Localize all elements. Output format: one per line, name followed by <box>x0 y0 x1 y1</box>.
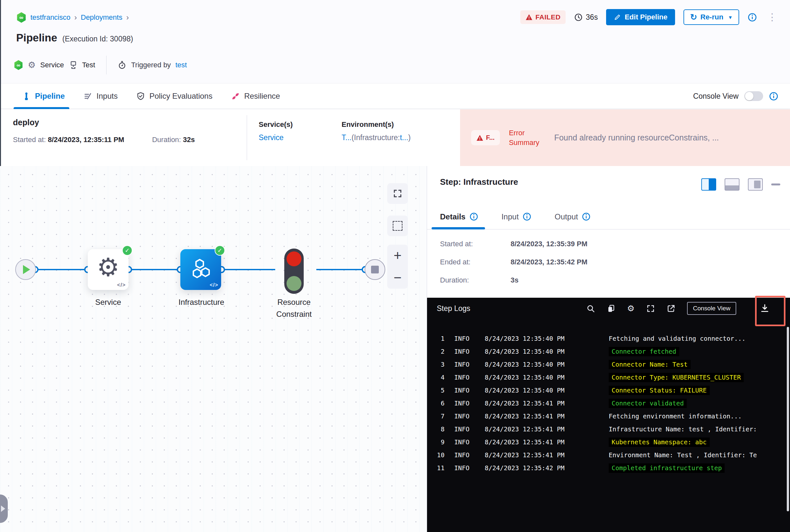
pipeline-graph-canvas[interactable]: ⚙ ✓ </> ✓ </> Service Infrastructure <box>0 166 427 532</box>
warning-triangle-icon <box>476 135 483 141</box>
log-line: 9INFO8/24/2023 12:35:41 PMKubernetes Nam… <box>436 436 790 449</box>
tab-policy-evaluations[interactable]: Policy Evaluations <box>136 83 213 109</box>
step-logs-title: Step Logs <box>437 304 471 313</box>
step-started-value: 8/24/2023, 12:35:39 PM <box>511 240 587 248</box>
resilience-icon <box>231 92 240 101</box>
toggle-knob <box>745 92 753 100</box>
log-line: 1INFO8/24/2023 12:35:40 PMFetching and v… <box>436 332 790 345</box>
panel-scrollbar-thumb[interactable] <box>787 327 789 511</box>
edit-pipeline-button[interactable]: Edit Pipeline <box>606 9 675 25</box>
chevron-right-icon: › <box>74 13 77 22</box>
download-logs-icon[interactable] <box>760 304 770 313</box>
tab-output[interactable]: Output <box>555 204 591 229</box>
red-light <box>287 251 301 266</box>
expand-left-panel-handle[interactable] <box>0 494 8 523</box>
graph-edge <box>316 269 365 270</box>
environment-link[interactable]: T... <box>342 133 352 142</box>
minimize-panel-icon[interactable] <box>771 184 780 186</box>
shield-check-icon <box>136 92 145 101</box>
title-row: Pipeline (Execution Id: 30098) <box>16 32 133 44</box>
log-settings-gear-icon[interactable]: ⚙ <box>627 304 635 312</box>
environment-infra-text: (Infrastructure: <box>352 133 400 142</box>
log-line: 11INFO8/24/2023 12:35:42 PMCompleted inf… <box>436 461 790 474</box>
log-line: 6INFO8/24/2023 12:35:41 PMConnector vali… <box>436 397 790 410</box>
content: ⚙ ✓ </> ✓ </> Service Infrastructure <box>0 166 790 532</box>
log-line: 10INFO8/24/2023 12:35:41 PMEnvironment N… <box>436 449 790 461</box>
tab-details[interactable]: Details <box>440 204 478 229</box>
pipeline-meta-row: ∞ ⚙ Service Test Triggered by test <box>14 56 187 74</box>
tab-input[interactable]: Input <box>501 204 531 229</box>
meta-service-label: Service <box>40 61 64 69</box>
copy-icon[interactable] <box>607 304 616 313</box>
infrastructure-step-node[interactable]: ✓ </> <box>180 249 221 290</box>
console-view-button[interactable]: Console View <box>687 302 736 315</box>
gear-icon: ⚙ <box>88 254 129 282</box>
step-ended-label: Ended at: <box>440 258 511 266</box>
code-chip: </> <box>117 282 126 288</box>
canvas-zoom-controls: + − <box>387 245 408 289</box>
console-view-toggle[interactable] <box>745 91 763 101</box>
divider <box>106 56 107 74</box>
service-link[interactable]: Service <box>259 133 283 142</box>
environment-icon <box>69 60 78 70</box>
step-started-label: Started at: <box>440 240 511 248</box>
environments-column: Environment(s) T...(Infrastructure:t...) <box>342 109 460 166</box>
triggered-by-label: Triggered by <box>131 61 171 69</box>
open-external-icon[interactable] <box>667 304 675 313</box>
zoom-out-button[interactable]: − <box>387 267 408 289</box>
services-label: Service(s) <box>259 120 342 129</box>
clock-icon <box>574 13 583 22</box>
status-badge: FAILED <box>520 11 566 24</box>
tab-inputs[interactable]: Inputs <box>84 83 117 109</box>
log-line: 8INFO8/24/2023 12:35:41 PMInfrastructure… <box>436 423 790 436</box>
pipeline-execution-screen: ∞ testfrancisco › Deployments › Pipeline… <box>0 0 790 532</box>
console-view-control: Console View <box>693 83 778 109</box>
triggered-by-user-link[interactable]: test <box>176 61 187 69</box>
success-check-icon: ✓ <box>122 245 132 255</box>
stage-name: deploy <box>13 118 247 127</box>
breadcrumb-project-link[interactable]: testfrancisco <box>31 13 71 22</box>
layout-right-split-icon[interactable] <box>701 178 716 191</box>
canvas-fullscreen-button[interactable] <box>387 183 408 204</box>
tab-pipeline[interactable]: Pipeline <box>22 83 65 109</box>
info-icon <box>522 212 531 221</box>
log-line: 3INFO8/24/2023 12:35:40 PMConnector Name… <box>436 358 790 371</box>
zoom-in-button[interactable]: + <box>387 245 408 267</box>
fullscreen-icon[interactable] <box>646 304 655 313</box>
info-icon <box>470 212 478 221</box>
layout-float-icon[interactable] <box>748 178 763 191</box>
log-line: 5INFO8/24/2023 12:35:40 PMConnector Stat… <box>436 384 790 397</box>
nav-edge-strip <box>0 0 1 166</box>
started-at-value: 8/24/2023, 12:35:11 PM <box>48 136 124 144</box>
canvas-select-button[interactable] <box>387 215 408 236</box>
search-icon[interactable] <box>586 304 595 313</box>
chevron-down-icon: ▼ <box>728 15 733 20</box>
info-icon[interactable] <box>769 92 778 101</box>
resource-constraint-node[interactable] <box>284 248 304 294</box>
harness-cd-icon: ∞ <box>16 12 26 23</box>
pencil-icon <box>614 14 621 21</box>
marquee-select-icon <box>393 221 402 231</box>
start-node[interactable] <box>15 259 36 280</box>
error-summary-message: Found already running resourceConstrains… <box>554 133 719 142</box>
node-label-resource-constraint: Resource Constraint <box>270 296 318 320</box>
duration-value: 32s <box>183 136 195 144</box>
environment-suffix: ) <box>408 133 411 142</box>
infrastructure-link[interactable]: t... <box>400 133 408 142</box>
step-panel-tabs: Details Input Output <box>427 204 790 229</box>
log-lines[interactable]: 1INFO8/24/2023 12:35:40 PMFetching and v… <box>427 319 790 474</box>
stop-icon <box>371 266 379 273</box>
service-step-node[interactable]: ⚙ ✓ </> <box>88 249 129 290</box>
layout-bottom-icon[interactable] <box>724 178 739 191</box>
execution-tab-bar: Pipeline Inputs Policy Evaluations Resil… <box>0 83 790 109</box>
info-icon[interactable] <box>748 13 757 22</box>
breadcrumb-deployments-link[interactable]: Deployments <box>81 13 122 22</box>
tab-resilience[interactable]: Resilience <box>231 83 280 109</box>
stage-summary-strip: deploy Started at: 8/24/2023, 12:35:11 P… <box>0 109 790 166</box>
more-options-kebab-icon[interactable]: ⋮ <box>766 13 779 21</box>
refresh-icon: ↻ <box>690 13 697 21</box>
started-at-label: Started at: <box>13 136 46 144</box>
rerun-button[interactable]: ↻ Re-run ▼ <box>683 10 739 25</box>
fullscreen-icon <box>393 189 402 198</box>
harness-cd-icon: ∞ <box>14 59 23 71</box>
